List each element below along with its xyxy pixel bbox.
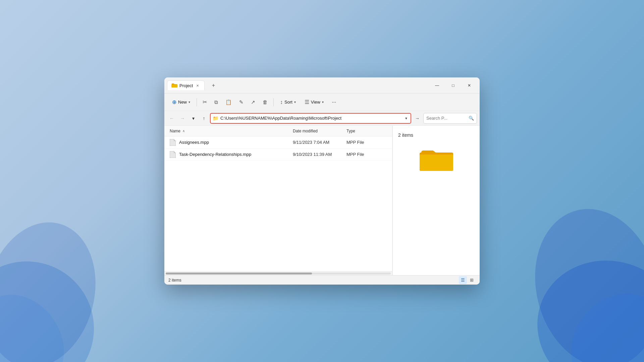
copy-button[interactable]: ⧉ (211, 97, 221, 108)
preview-item-count: 2 items (398, 132, 413, 138)
address-dropdown-icon[interactable]: ▾ (404, 115, 409, 121)
explorer-window: Project ✕ + — □ ✕ ⊕ New ▾ ✂ ⧉ � (164, 77, 480, 285)
share-icon: ↗ (251, 99, 255, 105)
tab-title: Project (179, 83, 193, 88)
file-type: MPP File (346, 152, 387, 157)
preview-folder-icon (420, 146, 453, 173)
cut-icon: ✂ (203, 99, 207, 105)
type-column-header[interactable]: Type (346, 129, 387, 133)
rename-icon: ✎ (239, 99, 244, 105)
recent-locations-button[interactable]: ▾ (189, 114, 198, 123)
rename-button[interactable]: ✎ (236, 97, 247, 108)
status-item-count: 2 items (168, 278, 181, 283)
back-icon: ← (169, 116, 174, 121)
back-button[interactable]: ← (167, 114, 176, 123)
sort-button[interactable]: ↕ Sort ▾ (276, 97, 300, 108)
svg-rect-7 (420, 155, 453, 171)
svg-point-0 (0, 243, 113, 362)
title-bar-left: Project ✕ + (167, 80, 429, 90)
search-input[interactable] (426, 116, 467, 121)
view-chevron-icon: ▾ (322, 100, 324, 104)
new-chevron-icon: ▾ (189, 100, 190, 104)
paste-button[interactable]: 📋 (222, 97, 235, 108)
more-button[interactable]: ··· (329, 97, 339, 108)
new-icon: ⊕ (172, 99, 176, 105)
scrollbar-track (166, 273, 391, 275)
table-row[interactable]: Task-Dependency-Relationships.mpp 9/10/2… (164, 148, 392, 161)
forward-button[interactable]: → (178, 114, 187, 123)
sort-chevron-icon: ▾ (294, 100, 296, 104)
date-column-label: Date modified (293, 129, 318, 133)
paste-icon: 📋 (225, 99, 232, 105)
new-button[interactable]: ⊕ New ▾ (168, 97, 194, 108)
preview-panel: 2 items (392, 126, 480, 275)
address-bar-row: ← → ▾ ↑ 📁 ▾ → 🔍 (164, 111, 480, 126)
address-folder-icon: 📁 (213, 116, 218, 121)
tab-close-button[interactable]: ✕ (195, 83, 200, 88)
delete-icon: 🗑 (263, 99, 268, 105)
new-tab-button[interactable]: + (209, 81, 218, 90)
up-icon: ↑ (203, 116, 205, 121)
name-column-header[interactable]: Name ∧ (170, 129, 293, 133)
svg-point-5 (551, 275, 644, 362)
view-label: View (311, 100, 320, 105)
copy-icon: ⧉ (214, 99, 218, 105)
file-icon (170, 139, 176, 146)
status-bar: 2 items ☰ ⊞ (164, 275, 480, 285)
chevron-down-icon: ▾ (192, 116, 195, 121)
search-icon: 🔍 (469, 116, 474, 121)
address-input[interactable] (220, 116, 402, 121)
more-icon: ··· (332, 99, 336, 105)
file-type: MPP File (346, 140, 387, 145)
tab-folder-icon (171, 83, 177, 88)
sort-icon: ↕ (280, 99, 283, 105)
toolbar-separator-2 (273, 98, 274, 106)
toolbar: ⊕ New ▾ ✂ ⧉ 📋 ✎ ↗ 🗑 ↕ (164, 94, 480, 111)
address-bar[interactable]: 📁 ▾ (210, 113, 411, 124)
view-toggle: ☰ ⊞ (459, 276, 476, 284)
horizontal-scrollbar[interactable] (164, 271, 392, 275)
type-column-label: Type (346, 129, 355, 133)
delete-button[interactable]: 🗑 (260, 97, 271, 107)
file-date: 9/11/2023 7:04 AM (293, 140, 346, 145)
scrollbar-thumb[interactable] (166, 273, 312, 275)
view-icon: ☰ (305, 99, 309, 105)
date-column-header[interactable]: Date modified (293, 129, 346, 133)
minimize-button[interactable]: — (429, 80, 445, 91)
window-controls: — □ ✕ (429, 80, 477, 91)
file-name: Task-Dependency-Relationships.mpp (179, 152, 293, 157)
svg-point-1 (0, 210, 111, 362)
title-bar: Project ✕ + — □ ✕ (164, 77, 480, 94)
window-tab[interactable]: Project ✕ (167, 80, 205, 90)
svg-point-2 (0, 278, 82, 362)
file-name: Assignees.mpp (179, 140, 293, 145)
list-view-icon: ☰ (461, 278, 465, 283)
go-button[interactable]: → (413, 114, 422, 123)
maximize-button[interactable]: □ (445, 80, 461, 91)
svg-point-4 (518, 195, 644, 362)
toolbar-separator-1 (197, 98, 197, 106)
name-column-label: Name (170, 129, 180, 133)
file-date: 9/10/2023 11:39 AM (293, 152, 346, 157)
close-button[interactable]: ✕ (462, 80, 477, 91)
grid-view-icon: ⊞ (470, 278, 474, 283)
file-list-header: Name ∧ Date modified Type (164, 126, 392, 136)
cut-button[interactable]: ✂ (200, 97, 210, 108)
go-arrow-icon: → (415, 116, 420, 121)
file-list: Name ∧ Date modified Type Ass (164, 126, 392, 275)
share-button[interactable]: ↗ (248, 97, 258, 108)
empty-list-space (164, 161, 392, 271)
file-icon (170, 151, 176, 158)
list-view-button[interactable]: ☰ (459, 276, 467, 284)
sort-arrow-icon: ∧ (182, 129, 185, 133)
up-button[interactable]: ↑ (199, 114, 209, 123)
forward-icon: → (180, 116, 185, 121)
content-area: Name ∧ Date modified Type Ass (164, 126, 480, 275)
svg-point-3 (518, 240, 644, 362)
grid-view-button[interactable]: ⊞ (468, 276, 476, 284)
table-row[interactable]: Assignees.mpp 9/11/2023 7:04 AM MPP File (164, 136, 392, 148)
search-box[interactable]: 🔍 (423, 113, 477, 124)
sort-label: Sort (284, 100, 292, 105)
new-label: New (178, 100, 187, 105)
view-button[interactable]: ☰ View ▾ (301, 97, 327, 108)
